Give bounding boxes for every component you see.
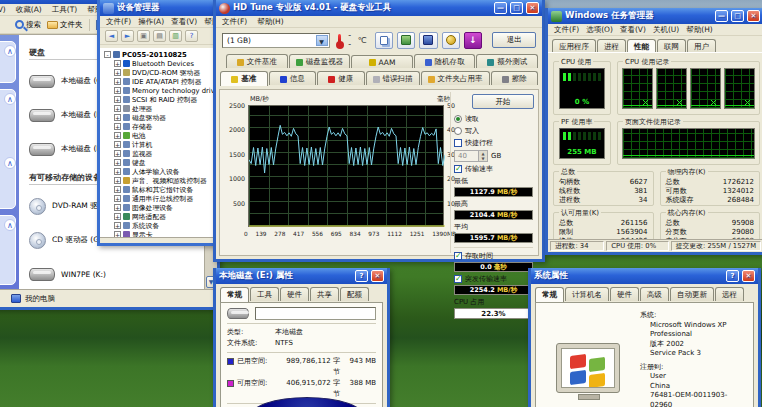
tab-共享[interactable]: 共享 bbox=[310, 287, 339, 301]
menu-item[interactable]: 操作(A) bbox=[138, 17, 164, 27]
tab-extra-tests[interactable]: 额外测试 bbox=[476, 54, 538, 68]
collapse-chevron-icon[interactable] bbox=[4, 93, 16, 105]
drive-item[interactable]: WIN7PE (K:) bbox=[29, 257, 213, 289]
tab-erase[interactable]: 擦除 bbox=[491, 71, 539, 85]
collapse-chevron-icon[interactable] bbox=[4, 219, 16, 231]
expand-icon[interactable]: + bbox=[114, 195, 121, 202]
menu-item[interactable]: 查看(V) bbox=[620, 25, 646, 35]
collapse-chevron-icon[interactable] bbox=[4, 157, 16, 169]
menu-item[interactable]: 文件(F) bbox=[106, 17, 131, 27]
start-button[interactable]: 开始 bbox=[472, 94, 534, 109]
expand-icon[interactable]: + bbox=[114, 105, 121, 112]
menu-item[interactable]: 查看(V) bbox=[0, 5, 6, 15]
tab-硬件[interactable]: 硬件 bbox=[610, 287, 639, 301]
tab-random-access[interactable]: 随机存取 bbox=[414, 54, 476, 68]
minimize-button[interactable]: — bbox=[494, 2, 507, 14]
tab-进程[interactable]: 进程 bbox=[597, 39, 626, 53]
tab-folder-usage[interactable]: 文件夹占用率 bbox=[421, 71, 490, 85]
update-button[interactable]: ↓ bbox=[464, 32, 482, 49]
expand-icon[interactable]: + bbox=[114, 87, 121, 94]
expand-icon[interactable]: + bbox=[114, 177, 121, 184]
read-radio[interactable]: 读取 bbox=[454, 114, 533, 124]
options-button[interactable] bbox=[442, 32, 460, 49]
maximize-button[interactable]: □ bbox=[510, 2, 523, 14]
access-time-checkbox[interactable]: 存取时间 bbox=[454, 247, 533, 261]
drive-select[interactable]: (1 GB) ▼ bbox=[222, 33, 330, 48]
tab-远程[interactable]: 远程 bbox=[715, 287, 744, 301]
menu-item[interactable]: 收藏(A) bbox=[16, 5, 42, 15]
volume-label-input[interactable] bbox=[255, 307, 376, 320]
tab-硬件[interactable]: 硬件 bbox=[280, 287, 309, 301]
expand-icon[interactable]: + bbox=[114, 159, 121, 166]
tab-应用程序[interactable]: 应用程序 bbox=[552, 39, 596, 53]
menu-item[interactable]: 帮助(H) bbox=[257, 17, 284, 27]
short-stroke-spinner[interactable]: 40▲▼ bbox=[454, 150, 488, 162]
maximize-button[interactable]: □ bbox=[731, 10, 744, 22]
tab-自动更新[interactable]: 自动更新 bbox=[670, 287, 714, 301]
tab-aam[interactable]: AAM bbox=[351, 55, 413, 68]
menu-item[interactable]: 选项(O) bbox=[586, 25, 613, 35]
expand-icon[interactable]: + bbox=[114, 96, 121, 103]
write-radio[interactable]: 写入 bbox=[454, 126, 533, 136]
expand-icon[interactable]: + bbox=[114, 168, 121, 175]
tab-联网[interactable]: 联网 bbox=[657, 39, 686, 53]
close-button[interactable]: ✕ bbox=[742, 270, 755, 282]
expand-icon[interactable]: + bbox=[114, 213, 121, 220]
expand-icon[interactable]: + bbox=[114, 60, 121, 67]
tab-常规[interactable]: 常规 bbox=[220, 287, 249, 302]
help-button[interactable]: ? bbox=[726, 270, 739, 282]
expand-icon[interactable]: + bbox=[114, 69, 121, 76]
collapse-icon[interactable]: - bbox=[104, 51, 111, 58]
hdtune-titlebar[interactable]: HD Tune 专业版 v4.01 - 硬盘专业工具 — □ ✕ bbox=[216, 0, 542, 16]
help-button[interactable]: ? bbox=[355, 270, 368, 282]
tab-benchmark[interactable]: 基准 bbox=[220, 71, 268, 86]
chevron-down-icon[interactable]: ▼ bbox=[316, 35, 328, 46]
tab-info[interactable]: 信息 bbox=[269, 71, 317, 85]
save-button[interactable] bbox=[419, 32, 437, 49]
spinner-arrows-icon[interactable]: ▲▼ bbox=[478, 151, 487, 161]
expand-icon[interactable]: + bbox=[114, 114, 121, 121]
collapse-chevron-icon[interactable] bbox=[4, 45, 16, 57]
minimize-button[interactable]: — bbox=[715, 10, 728, 22]
task-manager-titlebar[interactable]: Windows 任务管理器 — □ ✕ bbox=[548, 8, 762, 24]
menu-item[interactable]: 工具(T) bbox=[52, 5, 77, 15]
tab-工具[interactable]: 工具 bbox=[250, 287, 279, 301]
menu-item[interactable]: 文件(F) bbox=[554, 25, 579, 35]
tab-file-benchmark[interactable]: 文件基准 bbox=[226, 54, 288, 68]
close-button[interactable]: ✕ bbox=[747, 10, 760, 22]
expand-icon[interactable]: + bbox=[114, 222, 121, 229]
menu-item[interactable]: 关机(U) bbox=[653, 25, 679, 35]
print-icon[interactable]: ▤ bbox=[153, 30, 166, 42]
tab-高级[interactable]: 高级 bbox=[640, 287, 669, 301]
expand-icon[interactable]: + bbox=[114, 150, 121, 157]
help-icon[interactable]: ? bbox=[185, 30, 198, 42]
expand-icon[interactable]: + bbox=[114, 204, 121, 211]
expand-icon[interactable]: + bbox=[114, 186, 121, 193]
expand-icon[interactable]: + bbox=[114, 123, 121, 130]
tab-用户[interactable]: 用户 bbox=[687, 39, 716, 53]
tab-计算机名[interactable]: 计算机名 bbox=[565, 287, 609, 301]
menu-item[interactable]: 文件(F) bbox=[222, 17, 247, 27]
exit-button[interactable]: 退出 bbox=[492, 32, 536, 48]
expand-icon[interactable]: + bbox=[114, 132, 121, 139]
search-button[interactable]: 搜索 bbox=[15, 20, 41, 30]
menu-item[interactable]: 查看(V) bbox=[171, 17, 197, 27]
tab-配额[interactable]: 配额 bbox=[340, 287, 369, 301]
show-console-icon[interactable]: ▣ bbox=[137, 30, 150, 42]
expand-icon[interactable]: + bbox=[114, 141, 121, 148]
menu-item[interactable]: 帮助(H) bbox=[686, 25, 713, 35]
properties-icon[interactable]: ▥ bbox=[169, 30, 182, 42]
tab-disk-monitor[interactable]: 磁盘监视器 bbox=[289, 54, 351, 68]
short-stroke-checkbox[interactable]: 快捷行程 bbox=[454, 138, 533, 148]
close-button[interactable]: ✕ bbox=[371, 270, 384, 282]
back-icon[interactable]: ◄ bbox=[105, 30, 118, 42]
system-properties-titlebar[interactable]: 系统属性 ? ✕ bbox=[531, 268, 758, 284]
close-button[interactable]: ✕ bbox=[526, 2, 539, 14]
copy-screenshot-button[interactable] bbox=[375, 32, 393, 49]
folders-button[interactable]: 文件夹 bbox=[47, 20, 83, 30]
tab-health[interactable]: 健康 bbox=[317, 71, 365, 85]
forward-icon[interactable]: ► bbox=[121, 30, 134, 42]
disk-properties-titlebar[interactable]: 本地磁盘 (E:) 属性 ? ✕ bbox=[216, 268, 387, 284]
expand-icon[interactable]: + bbox=[114, 78, 121, 85]
transfer-rate-checkbox[interactable]: 传输速率 bbox=[454, 164, 533, 174]
